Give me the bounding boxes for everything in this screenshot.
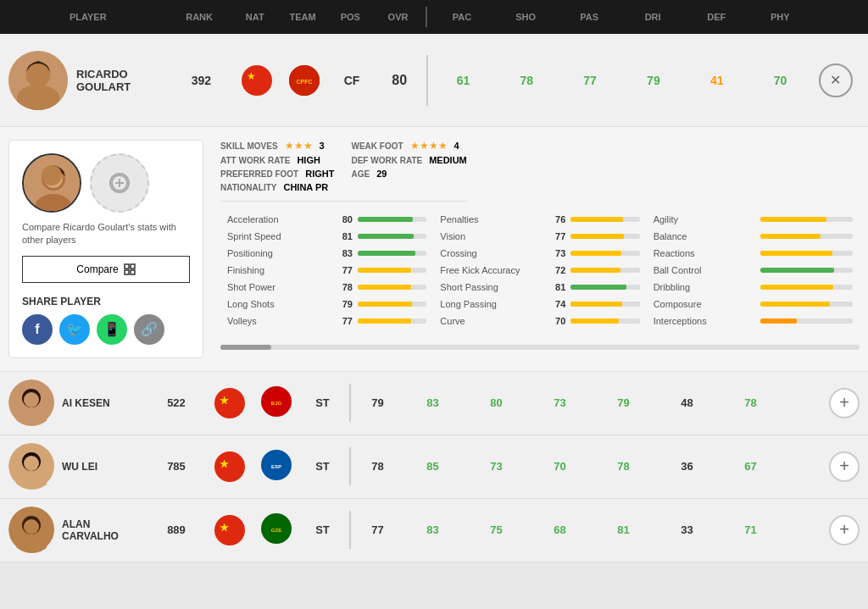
main-player-name: RICARDO GOULART	[76, 68, 170, 93]
similar-players-container: AI KESEN522 ★ BJGST79838073794878+ WU LE…	[0, 372, 868, 562]
age-label: AGE	[351, 169, 370, 179]
scrollbar-thumb[interactable]	[220, 345, 271, 350]
stat-bar-fill	[570, 217, 623, 222]
player-avatar	[8, 507, 55, 553]
stat-bar	[570, 318, 639, 324]
facebook-share-button[interactable]: f	[22, 314, 53, 345]
player-name: ALAN CARVALHO	[62, 518, 147, 542]
compare-button[interactable]: Compare	[22, 256, 190, 283]
add-compare-button[interactable]: +	[829, 388, 860, 418]
whatsapp-share-button[interactable]: 📱	[97, 314, 127, 345]
stat-item: Acceleration80	[227, 214, 426, 224]
col-def-header: DEF	[685, 12, 748, 22]
link-icon: 🔗	[141, 321, 158, 337]
stat-value: 77	[334, 316, 353, 326]
main-player-nat	[233, 65, 281, 96]
stat-name-label: Penalties	[440, 214, 542, 224]
col-rank-header: RANK	[168, 12, 231, 22]
stat-item: Interceptions	[654, 316, 853, 326]
player-name: WU LEI	[62, 461, 147, 473]
stat-bar	[570, 217, 639, 222]
player-ovr: 77	[354, 523, 401, 536]
main-player-pos: CF	[328, 74, 376, 87]
stat-item: Crossing73	[440, 248, 639, 258]
svg-point-3	[29, 65, 47, 84]
preferred-foot-row: PREFERRED FOOT RIGHT	[220, 169, 334, 179]
team-badge-icon: CPFC	[289, 65, 320, 96]
weak-foot-value: 4	[454, 141, 459, 151]
stat-bar-fill	[570, 268, 620, 273]
stat-name-label: Reactions	[654, 248, 755, 258]
stat-value: 70	[547, 316, 565, 326]
player-nat: ★	[206, 515, 253, 545]
stat-item: Finishing77	[227, 265, 426, 275]
stat-bar-fill	[570, 285, 626, 290]
stat-bar-fill	[570, 234, 624, 239]
add-compare-button[interactable]: +	[829, 451, 860, 482]
stats-column-1: Acceleration80Sprint Speed81Positioning8…	[220, 214, 433, 333]
stat-bar-fill	[570, 302, 621, 307]
stat-name-label: Long Shots	[227, 299, 329, 309]
player-ovr: 78	[354, 460, 401, 473]
svg-rect-15	[125, 270, 129, 274]
stat-bar	[570, 285, 639, 290]
stat-name-label: Composure	[654, 299, 755, 309]
stat-bar-fill	[358, 217, 413, 222]
nationality-row: NATIONALITY CHINA PR	[220, 182, 334, 192]
svg-point-1	[26, 63, 50, 86]
link-share-button[interactable]: 🔗	[134, 314, 164, 345]
similar-player-row: AI KESEN522 ★ BJGST79838073794878+	[0, 372, 868, 435]
stat-item: Long Shots79	[227, 299, 426, 309]
svg-text:BJG: BJG	[270, 401, 281, 406]
compare-avatar-empty	[90, 153, 149, 213]
stats-column-3: AgilityBalanceReactionsBall ControlDribb…	[647, 214, 860, 333]
stat-name-label: Agility	[654, 214, 755, 224]
stat-value: 74	[547, 299, 565, 309]
def-work-rate-label: DEF WORK RATE	[351, 156, 422, 165]
player-pac: 83	[401, 523, 465, 536]
stat-name-label: Vision	[440, 231, 542, 241]
header-row: PLAYER RANK NAT TEAM POS OVR PAC SHO PAS…	[0, 0, 868, 34]
compare-button-label: Compare	[76, 263, 118, 275]
stat-bar	[358, 268, 426, 273]
main-player-pac: 61	[431, 74, 495, 87]
stat-bar-fill	[570, 318, 619, 324]
add-compare-button[interactable]: +	[829, 515, 860, 545]
stat-bar	[760, 234, 853, 239]
svg-point-2	[19, 90, 57, 110]
remove-player-button[interactable]: ✕	[819, 64, 853, 97]
stat-item: Penalties76	[440, 214, 639, 224]
scrollbar-area[interactable]	[220, 341, 860, 353]
compare-avatar-main	[22, 153, 81, 213]
column-separator	[349, 447, 351, 485]
col-pac-header: PAC	[431, 12, 494, 22]
att-work-rate-row: ATT WORK RATE HIGH	[220, 155, 334, 165]
svg-rect-16	[131, 270, 135, 274]
stat-value: 77	[334, 265, 353, 275]
scrollbar-track[interactable]	[220, 345, 860, 350]
twitter-share-button[interactable]: 🐦	[59, 314, 90, 345]
svg-point-25	[24, 456, 39, 471]
def-work-rate-value: MEDIUM	[429, 155, 467, 165]
stat-name-label: Long Passing	[440, 299, 542, 309]
stat-bar	[760, 268, 853, 273]
player-def: 33	[655, 523, 719, 536]
stats-compare-section: Compare Ricardo Goulart's stats with oth…	[0, 127, 868, 372]
col-dri-header: DRI	[621, 12, 685, 22]
stat-name-label: Short Passing	[440, 282, 542, 292]
stat-item: Long Passing74	[440, 299, 639, 309]
main-player-pas: 77	[559, 74, 622, 87]
main-player-sho: 78	[495, 74, 559, 87]
stat-bar-fill	[760, 217, 827, 222]
stat-bar	[570, 302, 639, 307]
china-flag-icon	[242, 65, 272, 96]
stat-bar-fill	[358, 285, 411, 290]
stat-item: Positioning83	[227, 248, 426, 258]
weak-foot-row: WEAK FOOT ★★★★ 4	[351, 140, 466, 152]
stat-item: Agility	[654, 214, 853, 224]
stat-value: 73	[547, 248, 565, 258]
player-name: AI KESEN	[62, 397, 147, 409]
svg-text:CPFC: CPFC	[296, 79, 312, 85]
stat-bar	[760, 251, 853, 256]
main-player-rank: 392	[170, 74, 233, 87]
